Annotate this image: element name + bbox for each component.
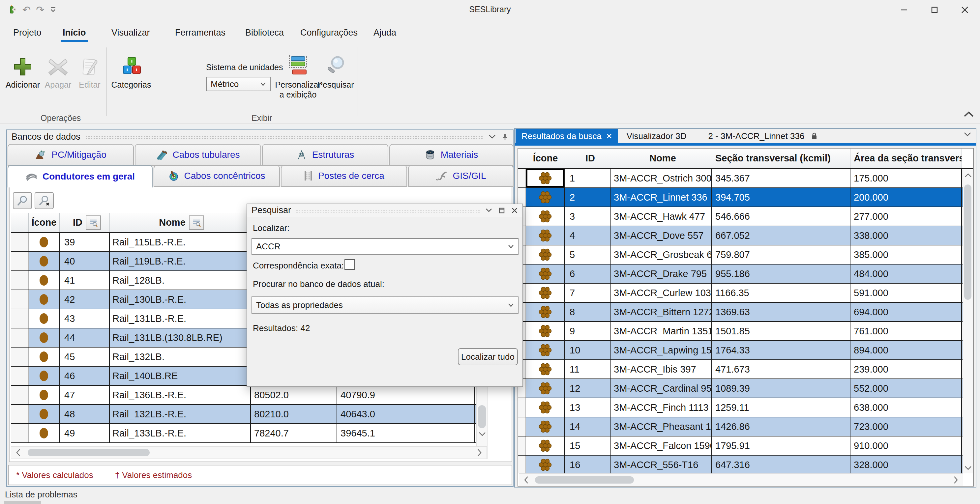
menu-tab-biblioteca[interactable]: Biblioteca bbox=[245, 28, 284, 38]
table-row[interactable]: 16 3M-ACCR_556-T16 647.316 328.000 bbox=[518, 456, 973, 473]
table-row[interactable]: 14 3M-ACCR_Pheasant 1272 1426.86 723.000 bbox=[518, 417, 973, 436]
horizontal-scrollbar[interactable] bbox=[11, 446, 487, 459]
tab-item-linnet[interactable]: 2 - 3M-ACCR_Linnet 336 bbox=[702, 129, 823, 143]
col-header-id[interactable]: ID bbox=[60, 213, 110, 232]
table-row[interactable]: 11 3M-ACCR_Ibis 397 471.673 239.000 bbox=[518, 360, 973, 379]
table-row[interactable]: 4 3M-ACCR_Dove 557 667.052 338.000 bbox=[518, 226, 973, 246]
col-header-nome[interactable]: Nome bbox=[110, 213, 251, 232]
scroll-down-arrow[interactable] bbox=[964, 466, 972, 471]
col-header-icone[interactable]: Ícone bbox=[526, 149, 565, 168]
add-button[interactable]: Adicionar bbox=[5, 51, 41, 90]
table-row[interactable]: 8 3M-ACCR_Bittern 1272 1369.63 694.000 bbox=[518, 303, 973, 322]
scrollbar-thumb[interactable] bbox=[535, 476, 634, 483]
scrollbar-thumb[interactable] bbox=[964, 184, 971, 300]
table-search-button[interactable] bbox=[13, 192, 32, 209]
dialog-title-bar[interactable]: Pesquisar bbox=[247, 204, 522, 217]
id-filter-button[interactable] bbox=[86, 216, 101, 230]
scrollbar-thumb[interactable] bbox=[478, 405, 486, 428]
tab-cabos-tubulares[interactable]: Cabos tubulares bbox=[135, 144, 261, 166]
menu-tab-configuracoes[interactable]: Configurações bbox=[300, 28, 358, 38]
customize-display-button[interactable]: Personalizara exibição bbox=[276, 51, 320, 100]
close-button[interactable] bbox=[950, 0, 980, 20]
scroll-left-arrow[interactable] bbox=[15, 449, 22, 457]
scroll-left-arrow[interactable] bbox=[523, 475, 530, 484]
problems-list-label[interactable]: Lista de problemas bbox=[5, 490, 78, 500]
tab-pc-mitigacao[interactable]: PC/Mitigação bbox=[8, 144, 134, 166]
tab-visualizador-3d[interactable]: Visualizador 3D bbox=[621, 129, 692, 143]
main-area: Bancos de dados PC/Mitigação bbox=[0, 125, 980, 504]
tab-cabos-concentricos[interactable]: Cabos concêntricos bbox=[154, 165, 280, 187]
menu-tab-ajuda[interactable]: Ajuda bbox=[374, 28, 396, 38]
scroll-right-arrow[interactable] bbox=[476, 449, 483, 457]
col-header-id[interactable]: ID bbox=[565, 149, 611, 168]
tab-close-icon[interactable] bbox=[606, 133, 612, 139]
nome-filter-button[interactable] bbox=[189, 216, 204, 230]
maximize-button[interactable] bbox=[920, 0, 950, 20]
table-row[interactable]: 7 3M-ACCR_Curlew 1033 1166.35 591.000 bbox=[518, 284, 973, 303]
menu-tab-ferramentas[interactable]: Ferramentas bbox=[175, 28, 226, 38]
edit-button[interactable]: Editar bbox=[74, 51, 105, 90]
menu-tab-projeto[interactable]: Projeto bbox=[13, 28, 41, 38]
menu-tab-visualizar[interactable]: Visualizar bbox=[111, 28, 150, 38]
find-combobox[interactable]: ACCR bbox=[251, 238, 519, 255]
cell-id: 3 bbox=[565, 207, 611, 226]
dialog-close-icon[interactable] bbox=[511, 207, 518, 214]
column-filter-icon bbox=[192, 219, 201, 227]
tab-postes-de-cerca[interactable]: Postes de cerca bbox=[281, 165, 407, 187]
table-row[interactable]: 5 3M-ACCR_Grosbeak 636 759.807 385.000 bbox=[518, 246, 973, 265]
drag-handle[interactable] bbox=[85, 135, 484, 139]
scope-combobox[interactable]: Todas as propriedades bbox=[251, 296, 519, 314]
horizontal-scrollbar[interactable] bbox=[519, 473, 963, 487]
tab-estruturas[interactable]: Estruturas bbox=[262, 144, 388, 166]
tab-condutores-em-geral[interactable]: Condutores em geral bbox=[8, 165, 153, 187]
menu-tab-inicio[interactable]: Início bbox=[63, 28, 86, 38]
categories-button[interactable]: Categorias bbox=[111, 51, 151, 90]
table-row[interactable]: 47 Rail_136LB.-R.E. 80502.0 40790.9 bbox=[11, 386, 476, 405]
table-row[interactable]: 6 3M-ACCR_Drake 795 955.186 484.000 bbox=[518, 265, 973, 284]
delete-button[interactable]: Apagar bbox=[41, 51, 75, 90]
tab-gis-gil[interactable]: GIS/GIL bbox=[408, 165, 514, 187]
problems-panel-handle[interactable] bbox=[4, 501, 41, 504]
vertical-scrollbar[interactable] bbox=[963, 170, 973, 473]
drag-handle[interactable] bbox=[296, 209, 481, 213]
cell-nome: 3M-ACCR_Curlew 1033 bbox=[611, 284, 712, 302]
col-header-nome[interactable]: Nome bbox=[611, 149, 712, 168]
cell-area-secao: 239.000 bbox=[850, 360, 962, 379]
table-row[interactable]: 15 3M-ACCR_Falcon 1590 1795.91 910.000 bbox=[518, 436, 973, 456]
ribbon-search-button[interactable]: Pesquisar bbox=[317, 51, 354, 90]
dialog-maximize-icon[interactable] bbox=[499, 208, 505, 214]
cell-area-secao: 385.000 bbox=[850, 246, 962, 264]
table-row[interactable]: 1 3M-ACCR_Ostrich 300 345.367 175.000 bbox=[518, 169, 973, 188]
cell-nome: 3M-ACCR_Falcon 1590 bbox=[611, 436, 712, 455]
exact-match-checkbox[interactable] bbox=[344, 259, 355, 270]
minimize-button[interactable] bbox=[889, 0, 920, 20]
table-row[interactable]: 10 3M-ACCR_Lapwing 1590 1764.33 894.000 bbox=[518, 341, 973, 360]
table-row[interactable]: 9 3M-ACCR_Martin 1351 1501.85 761.000 bbox=[518, 322, 973, 341]
scroll-right-arrow[interactable] bbox=[952, 475, 959, 484]
find-all-button[interactable]: Localizar tudo bbox=[458, 348, 518, 365]
col-header-icone[interactable]: Ícone bbox=[29, 213, 60, 232]
table-row[interactable]: 12 3M-ACCR_Cardinal 954 1089.39 552.000 bbox=[518, 379, 973, 398]
table-row[interactable]: 49 Rail_133LB.-R.E. 78240.7 39645.1 bbox=[11, 424, 476, 443]
table-row[interactable]: 3 3M-ACCR_Hawk 477 546.666 277.000 bbox=[518, 207, 973, 226]
tab-list-chevron[interactable] bbox=[964, 132, 971, 137]
scrollbar-thumb[interactable] bbox=[28, 449, 150, 456]
unit-system-select[interactable]: Métrico bbox=[206, 77, 270, 91]
ribbon-group-operations-label: Operações bbox=[41, 113, 81, 123]
clear-search-button[interactable] bbox=[35, 192, 54, 209]
tab-resultados-da-busca[interactable]: Resultados da busca bbox=[515, 129, 618, 143]
scroll-up-arrow[interactable] bbox=[964, 173, 972, 178]
scroll-down-arrow[interactable] bbox=[478, 431, 486, 437]
col-header-area[interactable]: Área da seção transversal (mm²) bbox=[850, 149, 962, 168]
footnotes-bar: * Valores calculados † Valores estimados bbox=[8, 465, 512, 485]
table-row[interactable]: 2 3M-ACCR_Linnet 336 394.705 200.000 bbox=[518, 188, 973, 207]
cell-value-1: 80210.0 bbox=[251, 405, 337, 423]
table-row[interactable]: 48 Rail_132LB.-R.E. 80210.0 40643.0 bbox=[11, 405, 476, 424]
pin-icon[interactable] bbox=[502, 133, 508, 140]
col-header-secao[interactable]: Seção transversal (kcmil) bbox=[712, 149, 850, 168]
dialog-chevron-down-icon[interactable] bbox=[485, 208, 492, 212]
ribbon-collapse-button[interactable] bbox=[963, 111, 974, 118]
tab-materiais[interactable]: Materiais bbox=[389, 144, 514, 166]
table-row[interactable]: 13 3M-ACCR_Finch 1113 1259.11 638.000 bbox=[518, 398, 973, 417]
panel-chevron-down-icon[interactable] bbox=[488, 135, 496, 139]
